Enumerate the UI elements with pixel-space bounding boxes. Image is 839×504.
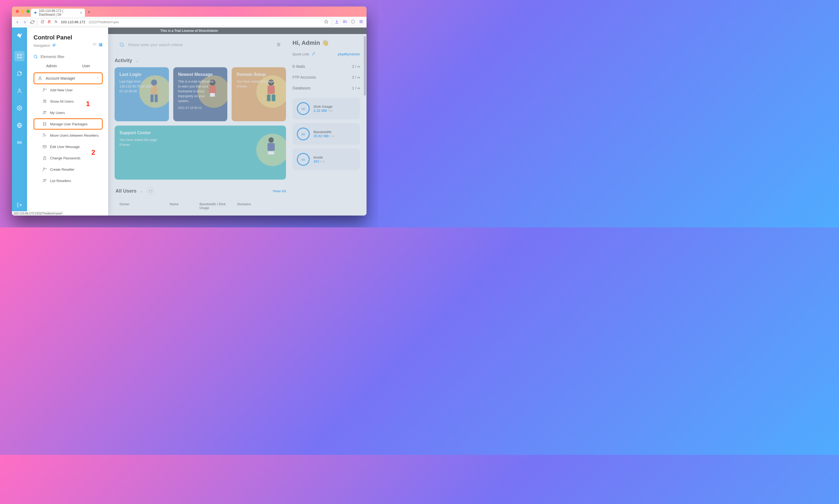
- statcard-inode[interactable]: ∞ Inode201 / ∞: [293, 148, 360, 170]
- forward-button[interactable]: [23, 20, 27, 24]
- tab-admin[interactable]: Admin: [46, 64, 57, 68]
- chevron-down-icon[interactable]: ⌄: [140, 189, 143, 193]
- back-button[interactable]: [15, 20, 19, 24]
- stat-emails: E-Mails2 / ∞: [293, 61, 360, 72]
- svg-point-58: [45, 179, 46, 180]
- menu-create-reseller[interactable]: Create Reseller: [34, 164, 103, 175]
- col-bandwidth: Bandwidth / Disk Usage: [199, 202, 232, 210]
- new-tab-button[interactable]: +: [88, 10, 90, 15]
- svg-rect-24: [93, 44, 94, 46]
- permissions-icon[interactable]: [54, 20, 58, 24]
- svg-rect-69: [150, 94, 153, 102]
- illustration-icon: [262, 137, 281, 163]
- app-logo-icon[interactable]: [16, 32, 23, 41]
- rail-settings-icon[interactable]: [14, 103, 24, 113]
- card-support-center[interactable]: Support Center You have visited this pag…: [115, 126, 286, 180]
- svg-rect-53: [43, 158, 46, 160]
- rail-dashboard-icon[interactable]: [14, 51, 24, 61]
- menu-add-new-user[interactable]: Add New User: [34, 84, 103, 96]
- search-bar[interactable]: Please enter your search criteria: [115, 38, 286, 51]
- menu-my-users[interactable]: My Users: [34, 107, 103, 118]
- url-bar[interactable]: 103.110.86.172:2222/?redirect=yes: [38, 18, 331, 26]
- all-users-view-all[interactable]: View All: [273, 189, 286, 193]
- flyout-subtitle: Navigation: [34, 43, 50, 48]
- navigation-flyout: Control Panel Navigation Admin User 1: [27, 28, 108, 216]
- menu-icon[interactable]: [359, 19, 363, 25]
- tab-user[interactable]: User: [82, 64, 90, 68]
- svg-point-17: [19, 89, 20, 91]
- grid-view-icon[interactable]: [92, 43, 97, 48]
- scrollbar[interactable]: [364, 36, 366, 96]
- svg-point-46: [46, 125, 46, 126]
- svg-point-13: [18, 57, 19, 58]
- svg-text:!: !: [20, 72, 21, 73]
- svg-point-39: [43, 100, 45, 101]
- menu-manage-user-packages[interactable]: Manage User Packages: [34, 118, 103, 130]
- bookmark-star-icon[interactable]: [324, 19, 328, 24]
- rail-globe-icon[interactable]: [14, 120, 24, 130]
- card-domain-setup[interactable]: Domain Setup You have visited this page …: [232, 67, 286, 121]
- browser-tab[interactable]: 103.110.86.172 | Dashboard | Dir ×: [31, 8, 85, 17]
- maximize-window-button[interactable]: [27, 10, 30, 13]
- url-path: :2222/?redirect=yes: [88, 20, 119, 24]
- svg-rect-21: [93, 43, 94, 44]
- shield-icon[interactable]: [351, 19, 355, 25]
- pin-icon[interactable]: [52, 43, 56, 48]
- svg-point-45: [43, 125, 44, 126]
- download-icon[interactable]: [335, 19, 339, 25]
- svg-point-33: [34, 55, 37, 58]
- search-icon: [120, 42, 124, 47]
- activity-header: Activity: [115, 58, 132, 64]
- rail-language[interactable]: EN: [14, 138, 24, 148]
- menu-list-resellers[interactable]: List Resellers: [34, 175, 103, 186]
- card-last-login[interactable]: Last Login Last login from 116.110.40.76…: [115, 67, 169, 121]
- statcard-bandwidth[interactable]: ∞ Bandwidth25.52 MB / ∞: [293, 123, 360, 145]
- svg-rect-27: [99, 43, 100, 44]
- col-name: Name: [170, 202, 194, 210]
- list-view-icon[interactable]: [99, 43, 103, 48]
- owner-table: Owner: [115, 199, 160, 214]
- svg-rect-70: [155, 94, 158, 102]
- quicklink-phpmyadmin[interactable]: phpMyAdmin: [338, 52, 360, 56]
- svg-point-51: [43, 134, 44, 135]
- statcard-disk[interactable]: ∞ Disk Usage2.32 MB / ∞: [293, 98, 360, 120]
- svg-rect-28: [100, 43, 102, 44]
- search-filter-icon[interactable]: [276, 42, 281, 48]
- annotation-1: 1: [86, 100, 90, 108]
- svg-rect-77: [272, 94, 275, 101]
- section-account-manager[interactable]: Account Manager ⌃: [34, 72, 103, 84]
- svg-rect-79: [267, 143, 275, 151]
- reload-button[interactable]: [30, 20, 34, 24]
- lock-icon[interactable]: [47, 20, 51, 24]
- quicklink-label: Quick Link:: [293, 52, 310, 56]
- svg-point-35: [39, 77, 41, 78]
- menu-move-users[interactable]: Move Users between Resellers: [34, 130, 103, 141]
- window-controls: [16, 10, 30, 13]
- users-table: Name Bandwidth / Disk Usage Domains: [165, 199, 286, 214]
- library-icon[interactable]: [343, 19, 347, 25]
- tab-title: 103.110.86.172 | Dashboard | Dir: [39, 9, 77, 17]
- svg-point-78: [268, 137, 274, 143]
- minimize-window-button[interactable]: [21, 10, 24, 13]
- edit-icon[interactable]: [312, 52, 315, 56]
- svg-rect-30: [100, 44, 102, 46]
- svg-rect-26: [95, 44, 96, 46]
- close-tab-icon[interactable]: ×: [80, 11, 82, 15]
- svg-point-59: [120, 43, 123, 46]
- menu-show-all-users[interactable]: Show All Users: [34, 96, 103, 107]
- shield-block-icon[interactable]: [40, 20, 45, 24]
- rail-messages-icon[interactable]: !: [14, 68, 24, 78]
- close-window-button[interactable]: [16, 10, 19, 13]
- stat-databases: Databases1 / ∞: [293, 83, 360, 93]
- browser-toolbar: 103.110.86.172:2222/?redirect=yes: [12, 17, 367, 28]
- svg-point-66: [278, 46, 279, 46]
- rail-logout-icon[interactable]: [14, 200, 24, 210]
- refresh-icon[interactable]: [147, 187, 154, 195]
- card-newest-message[interactable]: Newest Message This is e-mail notificati…: [173, 67, 228, 121]
- rail-user-icon[interactable]: [14, 86, 24, 96]
- svg-point-18: [19, 108, 20, 109]
- chevron-down-icon[interactable]: ⌄: [136, 59, 139, 63]
- svg-marker-7: [325, 20, 328, 23]
- elements-filter-input[interactable]: [40, 55, 103, 59]
- svg-point-44: [46, 123, 46, 123]
